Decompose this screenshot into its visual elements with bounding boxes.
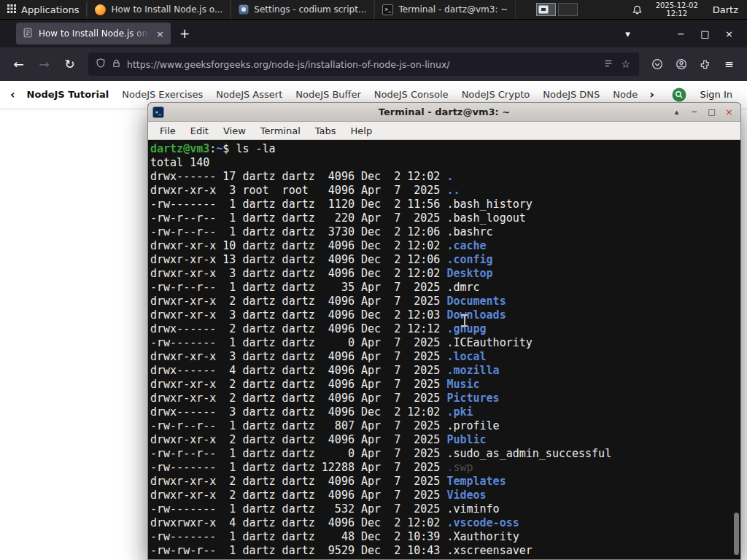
taskbar-button-title: How to Install Node.js o... bbox=[111, 4, 222, 15]
search-icon[interactable] bbox=[672, 88, 686, 102]
terminal-scrollbar-thumb[interactable] bbox=[734, 513, 739, 555]
listing-pre: -rw------- 1 dartz dartz 532 Apr 7 2025 bbox=[150, 502, 446, 516]
clock-date: 2025-12-02 bbox=[656, 1, 698, 9]
terminal-minimize-icon[interactable]: − bbox=[687, 106, 701, 119]
page-nav-link[interactable]: NodeJS Console bbox=[374, 89, 449, 100]
terminal-menu-terminal[interactable]: Terminal bbox=[253, 125, 308, 136]
window-close-icon[interactable]: × bbox=[717, 28, 741, 39]
account-icon[interactable] bbox=[669, 52, 693, 76]
prompt-user-host: dartz@vm3 bbox=[150, 142, 209, 155]
terminal-menu-tabs[interactable]: Tabs bbox=[308, 125, 344, 136]
sign-in-button[interactable]: Sign In bbox=[698, 89, 737, 100]
file-name: .sudo_as_admin_successful bbox=[446, 447, 611, 460]
prompt-symbol: $ bbox=[222, 142, 229, 155]
taskbar-button-title: Terminal - dartz@vm3: ~ bbox=[398, 4, 508, 15]
taskbar-button-terminal[interactable]: >_Terminal - dartz@vm3: ~ bbox=[374, 0, 516, 19]
terminal-body[interactable]: dartz@vm3:~$ls -la total 140 drwx------ … bbox=[148, 140, 740, 559]
chevron-left-icon[interactable]: ‹ bbox=[10, 88, 15, 101]
terminal-menu-edit[interactable]: Edit bbox=[183, 125, 216, 136]
list-tabs-icon[interactable]: ▾ bbox=[616, 28, 640, 39]
terminal-output-line: drwxr-xr-x 13 dartz dartz 4096 Dec 2 12:… bbox=[150, 253, 740, 267]
file-name: Music bbox=[446, 378, 479, 391]
prompt-separator: : bbox=[209, 142, 216, 155]
chevron-right-icon[interactable]: › bbox=[649, 88, 654, 101]
terminal-shade-icon[interactable]: ▴ bbox=[670, 106, 684, 119]
file-name: .vscode-oss bbox=[446, 516, 519, 529]
nav-links: NodeJS TutorialNodeJS ExercisesNodeJS As… bbox=[27, 89, 638, 100]
page-nav-link[interactable]: NodeJS Assert bbox=[216, 89, 282, 100]
terminal-output-line: drwxr-xr-x 3 dartz dartz 4096 Dec 2 12:0… bbox=[150, 308, 740, 322]
listing-pre: -rw-r--r-- 1 dartz dartz 807 Apr 7 2025 bbox=[150, 419, 446, 432]
terminal-total-line: total 140 bbox=[150, 156, 740, 170]
file-name: .local bbox=[446, 350, 486, 363]
extensions-icon[interactable] bbox=[693, 52, 717, 76]
page-nav-link[interactable]: NodeJS Buffer bbox=[295, 89, 361, 100]
lock-icon[interactable] bbox=[112, 58, 121, 71]
terminal-output-line: drwxr-xr-x 2 dartz dartz 4096 Apr 7 2025… bbox=[150, 433, 740, 447]
workspace-1[interactable] bbox=[536, 3, 556, 16]
page-nav-link[interactable]: NodeJS Tutorial bbox=[27, 89, 109, 100]
listing-pre: drwx------ 3 dartz dartz 4096 Dec 2 12:0… bbox=[150, 405, 446, 419]
terminal-menubar: FileEditViewTerminalTabsHelp bbox=[148, 122, 740, 140]
listing-pre: drwxr-xr-x 3 dartz dartz 4096 Dec 2 12:0… bbox=[150, 308, 446, 322]
terminal-titlebar[interactable]: >_ Terminal - dartz@vm3: ~ ▴−□× bbox=[148, 103, 740, 122]
bookmark-star-icon[interactable]: ☆ bbox=[619, 58, 632, 70]
file-name: .bash_history bbox=[446, 198, 532, 211]
new-tab-button[interactable]: + bbox=[171, 26, 198, 41]
terminal-menu-help[interactable]: Help bbox=[344, 125, 380, 136]
settings-icon bbox=[239, 4, 249, 15]
reload-button[interactable]: ↻ bbox=[57, 57, 82, 71]
terminal-output-line: -rw------- 1 dartz dartz 12288 Apr 7 202… bbox=[150, 461, 740, 475]
forward-button[interactable]: → bbox=[31, 57, 57, 71]
taskbar-button-firefox[interactable]: How to Install Node.js o... bbox=[87, 0, 231, 19]
listing-pre: drwxr-xr-x 10 dartz dartz 4096 Dec 2 12:… bbox=[150, 239, 446, 252]
clock[interactable]: 2025-12-02 12:12 bbox=[650, 0, 704, 19]
user-menu[interactable]: Dartz bbox=[704, 0, 747, 19]
terminal-output-line: drwx------ 3 dartz dartz 4096 Dec 2 12:0… bbox=[150, 405, 740, 419]
file-name: .xscreensaver bbox=[446, 544, 532, 557]
terminal-menu-view[interactable]: View bbox=[216, 125, 253, 136]
file-name: .pki bbox=[446, 405, 473, 419]
page-nav-link[interactable]: NodeJS Exercises bbox=[122, 89, 203, 100]
workspace-switcher[interactable] bbox=[536, 0, 578, 19]
file-name: .cache bbox=[446, 239, 486, 252]
terminal-menu-file[interactable]: File bbox=[152, 125, 183, 136]
notifications-bell-icon[interactable] bbox=[624, 0, 650, 19]
tab-bar: How to Install Node.js on × + ▾ − □ × bbox=[0, 20, 747, 47]
listing-pre: drwx------ 2 dartz dartz 4096 Dec 2 12:1… bbox=[150, 322, 446, 335]
terminal-output-line: drwx------ 17 dartz dartz 4096 Dec 2 12:… bbox=[150, 170, 740, 184]
back-button[interactable]: ← bbox=[6, 57, 31, 71]
workspace-2[interactable] bbox=[558, 3, 578, 16]
page-nav-link[interactable]: NodeJS DNS bbox=[543, 89, 600, 100]
terminal-prompt-line: dartz@vm3:~$ls -la bbox=[150, 142, 740, 156]
reader-view-icon[interactable] bbox=[603, 58, 614, 71]
pocket-icon[interactable] bbox=[645, 52, 669, 76]
window-minimize-icon[interactable]: − bbox=[669, 28, 693, 39]
file-name: .bashrc bbox=[446, 225, 492, 238]
browser-tab[interactable]: How to Install Node.js on × bbox=[16, 23, 171, 44]
file-name: .config bbox=[446, 253, 492, 266]
menu-hamburger-icon[interactable]: ≡ bbox=[717, 52, 741, 76]
file-name: .profile bbox=[446, 419, 499, 432]
applications-menu[interactable]: Applications bbox=[0, 0, 86, 19]
file-name: Downloads bbox=[446, 308, 506, 322]
tracking-shield-icon[interactable] bbox=[96, 58, 106, 71]
terminal-output-line: drwxr-xr-x 10 dartz dartz 4096 Dec 2 12:… bbox=[150, 239, 740, 253]
page-nav-link[interactable]: NodeJS Crypto bbox=[462, 89, 530, 100]
toolbar-icons: ≡ bbox=[645, 52, 741, 76]
url-bar[interactable]: https://www.geeksforgeeks.org/node-js/in… bbox=[88, 52, 639, 76]
terminal-close-icon[interactable]: × bbox=[722, 106, 736, 119]
tab-close-icon[interactable]: × bbox=[156, 28, 164, 39]
window-maximize-icon[interactable]: □ bbox=[693, 28, 717, 39]
url-text[interactable]: https://www.geeksforgeeks.org/node-js/in… bbox=[127, 59, 597, 70]
taskbar-button-settings[interactable]: Settings - codium script... bbox=[231, 0, 374, 19]
file-name: .viminfo bbox=[446, 502, 499, 516]
listing-pre: -rw-r--r-- 1 dartz dartz 3730 Dec 2 12:0… bbox=[150, 225, 446, 238]
terminal-output: dartz@vm3:~$ls -la total 140 drwx------ … bbox=[150, 142, 740, 558]
listing-pre: drwxr-xr-x 2 dartz dartz 4096 Apr 7 2025 bbox=[150, 392, 446, 405]
terminal-maximize-icon[interactable]: □ bbox=[705, 106, 719, 119]
page-nav-link[interactable]: Node bbox=[613, 89, 638, 100]
file-name: .ICEauthority bbox=[446, 336, 532, 349]
listing-pre: drwx------ 17 dartz dartz 4096 Dec 2 12:… bbox=[150, 170, 446, 183]
listing-pre: drwx------ 4 dartz dartz 4096 Apr 7 2025 bbox=[150, 364, 446, 377]
